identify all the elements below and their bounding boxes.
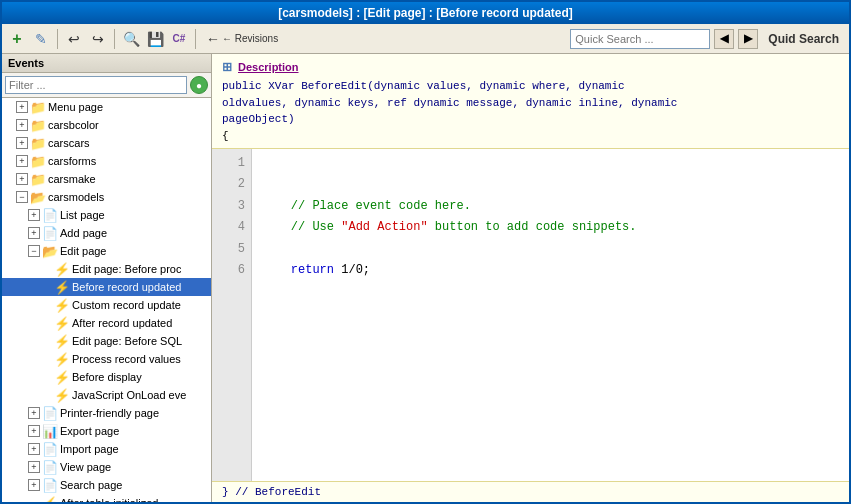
- function-sig-line3: pageObject): [222, 113, 295, 125]
- window-title: [carsmodels] : [Edit page] : [Before rec…: [278, 6, 573, 20]
- revisions-label: ← Revisions: [222, 33, 278, 44]
- tree-item-carsmodels[interactable]: − 📂 carsmodels: [2, 188, 211, 206]
- edit-icon: ✎: [35, 31, 47, 47]
- event-icon: ⚡: [54, 369, 70, 385]
- expander-search-page[interactable]: +: [28, 479, 40, 491]
- redo-button[interactable]: ↪: [87, 28, 109, 50]
- expander-carsmodels[interactable]: −: [16, 191, 28, 203]
- tree-label-printer-friendly: Printer-friendly page: [60, 407, 159, 419]
- expander-edit-page[interactable]: −: [28, 245, 40, 257]
- tree-item-search-page[interactable]: + 📄 Search page: [2, 476, 211, 494]
- tree-item-edit-page[interactable]: − 📂 Edit page: [2, 242, 211, 260]
- event-icon: ⚡: [54, 387, 70, 403]
- edit-button[interactable]: ✎: [30, 28, 52, 50]
- page-icon: 📄: [42, 459, 58, 475]
- function-sig-line1: public XVar BeforeEdit(dynamic values, d…: [222, 80, 625, 92]
- tree-label-before-display: Before display: [72, 371, 142, 383]
- folder-icon: 📁: [30, 99, 46, 115]
- comment-2: // Use "Add Action" button to add code s…: [291, 220, 637, 234]
- tree-item-view-page[interactable]: + 📄 View page: [2, 458, 211, 476]
- tree-label-after-table-initialized: After table initialized: [60, 497, 158, 502]
- main-window: [carsmodels] : [Edit page] : [Before rec…: [0, 0, 851, 504]
- tree-item-after-record-updated[interactable]: ⚡ After record updated: [2, 314, 211, 332]
- expander-carsforms[interactable]: +: [16, 155, 28, 167]
- page-icon: 📄: [42, 207, 58, 223]
- tree-item-export-page[interactable]: + 📊 Export page: [2, 422, 211, 440]
- line-num-1: 1: [218, 153, 245, 175]
- tree-item-edit-before-proc[interactable]: ⚡ Edit page: Before proc: [2, 260, 211, 278]
- csharp-button[interactable]: C#: [168, 28, 190, 50]
- filter-bar: ●: [2, 73, 211, 98]
- tree-label-custom-record-update: Custom record update: [72, 299, 181, 311]
- tree-item-after-table-initialized[interactable]: ⚡ After table initialized: [2, 494, 211, 502]
- expander-carsmake[interactable]: +: [16, 173, 28, 185]
- tree-item-list-page[interactable]: + 📄 List page: [2, 206, 211, 224]
- tree-label-edit-page: Edit page: [60, 245, 106, 257]
- tree-item-process-record-values[interactable]: ⚡ Process record values: [2, 350, 211, 368]
- tree-label-after-record-updated: After record updated: [72, 317, 172, 329]
- return-keyword: return: [291, 263, 334, 277]
- expander-printer[interactable]: +: [28, 407, 40, 419]
- tree-item-before-record-updated[interactable]: ⚡ Before record updated: [2, 278, 211, 296]
- revisions-icon: ←: [206, 31, 220, 47]
- filter-input[interactable]: [5, 76, 187, 94]
- search-next-button[interactable]: ▶: [738, 29, 758, 49]
- folder-icon: 📁: [30, 153, 46, 169]
- comment-1: // Place event code here.: [291, 199, 471, 213]
- undo-icon: ↩: [68, 31, 80, 47]
- page-icon: 📄: [42, 405, 58, 421]
- expander-add-page[interactable]: +: [28, 227, 40, 239]
- tree-item-edit-before-sql[interactable]: ⚡ Edit page: Before SQL: [2, 332, 211, 350]
- page-icon: 📊: [42, 423, 58, 439]
- code-content[interactable]: // Place event code here. // Use "Add Ac…: [252, 149, 849, 482]
- folder-icon: 📁: [30, 171, 46, 187]
- quick-search-input[interactable]: [570, 29, 710, 49]
- toolbar: + ✎ ↩ ↪ 🔍 💾 C# ← ← Revisions ◀ ▶: [2, 24, 849, 54]
- expander-menu-page[interactable]: +: [16, 101, 28, 113]
- quid-search-label: Quid Search: [768, 32, 839, 46]
- revisions-button[interactable]: ← ← Revisions: [201, 28, 283, 50]
- tree-item-carsforms[interactable]: + 📁 carsforms: [2, 152, 211, 170]
- tree-item-custom-record-update[interactable]: ⚡ Custom record update: [2, 296, 211, 314]
- expander-carsbcolor[interactable]: +: [16, 119, 28, 131]
- code-line-2: [262, 174, 839, 196]
- code-footer: } // BeforeEdit: [212, 481, 849, 502]
- code-area[interactable]: 1 2 3 4 5 6 // Place event code here. //…: [212, 149, 849, 482]
- folder-icon: 📁: [30, 135, 46, 151]
- tree-item-menu-page[interactable]: + 📁 Menu page: [2, 98, 211, 116]
- save-button[interactable]: 💾: [144, 28, 166, 50]
- tree-item-add-page[interactable]: + 📄 Add page: [2, 224, 211, 242]
- tree-item-import-page[interactable]: + 📄 Import page: [2, 440, 211, 458]
- event-icon: ⚡: [54, 297, 70, 313]
- line-num-6: 6: [218, 260, 245, 282]
- tree-label-export-page: Export page: [60, 425, 119, 437]
- search-prev-button[interactable]: ◀: [714, 29, 734, 49]
- code-line-4: // Use "Add Action" button to add code s…: [262, 217, 839, 239]
- tree: + 📁 Menu page + 📁 carsbcolor + 📁 carscar…: [2, 98, 211, 502]
- add-button[interactable]: +: [6, 28, 28, 50]
- tree-label-edit-before-proc: Edit page: Before proc: [72, 263, 181, 275]
- search-button[interactable]: 🔍: [120, 28, 142, 50]
- folder-icon: 📂: [30, 189, 46, 205]
- expander-carscars[interactable]: +: [16, 137, 28, 149]
- tree-item-printer-friendly-page[interactable]: + 📄 Printer-friendly page: [2, 404, 211, 422]
- undo-button[interactable]: ↩: [63, 28, 85, 50]
- tree-item-carsmake[interactable]: + 📁 carsmake: [2, 170, 211, 188]
- opening-brace: {: [222, 130, 839, 142]
- line-num-3: 3: [218, 196, 245, 218]
- panel-header: Events: [2, 54, 211, 73]
- separator-3: [195, 29, 196, 49]
- tree-label-import-page: Import page: [60, 443, 119, 455]
- tree-item-carsbcolor[interactable]: + 📁 carsbcolor: [2, 116, 211, 134]
- code-line-5: [262, 239, 839, 261]
- code-header: ⊞ Description public XVar BeforeEdit(dyn…: [212, 54, 849, 149]
- tree-label-carsmodels: carsmodels: [48, 191, 104, 203]
- expander-import[interactable]: +: [28, 443, 40, 455]
- filter-active-button[interactable]: ●: [190, 76, 208, 94]
- expander-export[interactable]: +: [28, 425, 40, 437]
- expander-list-page[interactable]: +: [28, 209, 40, 221]
- expander-view[interactable]: +: [28, 461, 40, 473]
- tree-item-before-display[interactable]: ⚡ Before display: [2, 368, 211, 386]
- tree-item-javascript-onload[interactable]: ⚡ JavaScript OnLoad eve: [2, 386, 211, 404]
- tree-item-carscars[interactable]: + 📁 carscars: [2, 134, 211, 152]
